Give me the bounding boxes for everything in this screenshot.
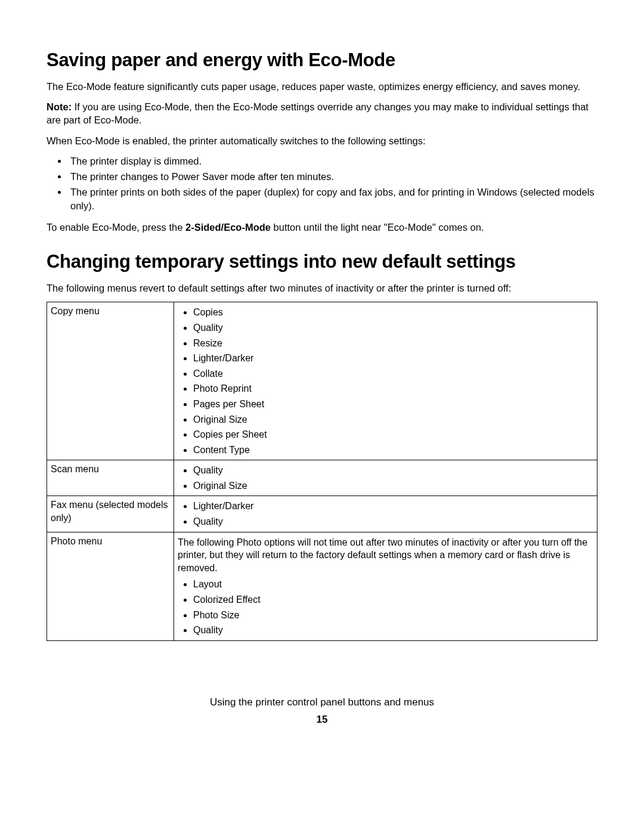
menu-label-cell: Fax menu (selected models only) [47, 496, 174, 532]
menu-label-cell: Photo menu [47, 532, 174, 640]
menu-items-cell: Lighter/Darker Quality [174, 496, 597, 532]
text-fragment: button until the light near "Eco-Mode" c… [271, 222, 484, 233]
list-item: Pages per Sheet [193, 397, 593, 412]
list-item: Photo Reprint [193, 381, 593, 397]
menu-label-cell: Copy menu [47, 302, 174, 460]
table-row: Scan menu Quality Original Size [47, 460, 597, 496]
table-row: Fax menu (selected models only) Lighter/… [47, 496, 597, 532]
list-item: Colorized Effect [193, 592, 593, 608]
revert-paragraph: The following menus revert to default se… [47, 281, 597, 295]
list-item: Original Size [193, 412, 593, 428]
heading-default-settings: Changing temporary settings into new def… [47, 249, 597, 274]
intro-paragraph: The Eco-Mode feature significantly cuts … [47, 80, 597, 93]
list-item: Content Type [193, 442, 593, 458]
note-label: Note: [47, 101, 72, 112]
list-item: Original Size [193, 478, 593, 494]
photo-menu-note: The following Photo options will not tim… [178, 536, 593, 575]
menu-items-cell: The following Photo options will not tim… [174, 532, 597, 640]
table-row: Photo menu The following Photo options w… [47, 532, 597, 640]
list-item: Copies [193, 305, 593, 320]
list-item: The printer changes to Power Saver mode … [68, 170, 597, 183]
enable-eco-paragraph: To enable Eco-Mode, press the 2-Sided/Ec… [47, 221, 597, 234]
list-item: Quality [193, 320, 593, 336]
menu-items-cell: Quality Original Size [174, 460, 597, 496]
list-item: Quality [193, 463, 593, 478]
footer-chapter-title: Using the printer control panel buttons … [47, 696, 597, 710]
list-item: Photo Size [193, 608, 593, 623]
table-row: Copy menu Copies Quality Resize Lighter/… [47, 302, 597, 460]
eco-enabled-paragraph: When Eco-Mode is enabled, the printer au… [47, 134, 597, 147]
heading-eco-mode: Saving paper and energy with Eco-Mode [47, 48, 597, 73]
list-item: Lighter/Darker [193, 351, 593, 366]
list-item: Layout [193, 577, 593, 592]
eco-settings-list: The printer display is dimmed. The print… [47, 154, 597, 212]
footer-page-number: 15 [47, 713, 597, 727]
menu-label-cell: Scan menu [47, 460, 174, 496]
list-item: The printer prints on both sides of the … [68, 185, 597, 212]
list-item: Collate [193, 366, 593, 382]
list-item: Resize [193, 336, 593, 351]
list-item: Quality [193, 514, 593, 529]
menu-items-cell: Copies Quality Resize Lighter/Darker Col… [174, 302, 597, 460]
page-footer: Using the printer control panel buttons … [47, 696, 597, 727]
settings-table: Copy menu Copies Quality Resize Lighter/… [47, 302, 597, 640]
list-item: Copies per Sheet [193, 427, 593, 442]
button-name-bold: 2-Sided/Eco-Mode [185, 222, 271, 233]
list-item: Quality [193, 623, 593, 638]
note-body: If you are using Eco-Mode, then the Eco-… [47, 101, 589, 125]
text-fragment: To enable Eco-Mode, press the [47, 222, 185, 233]
note-paragraph: Note: If you are using Eco-Mode, then th… [47, 100, 597, 127]
list-item: The printer display is dimmed. [68, 154, 597, 168]
list-item: Lighter/Darker [193, 498, 593, 514]
